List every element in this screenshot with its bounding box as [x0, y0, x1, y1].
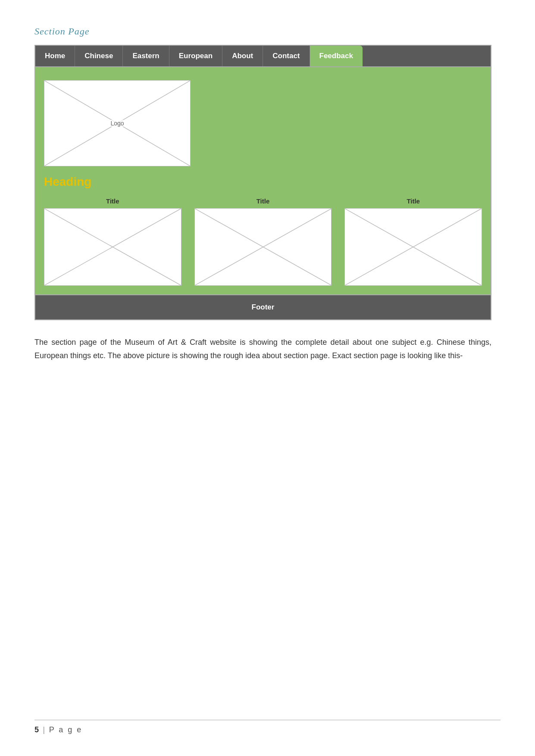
nav-bar: Home Chinese Eastern European About Cont… [35, 46, 491, 67]
nav-item-european[interactable]: European [169, 46, 222, 66]
page-divider: | [43, 725, 45, 734]
logo-placeholder: Logo [44, 80, 191, 166]
three-col-section: Title Title Title [44, 197, 482, 286]
col-1-image [44, 208, 181, 286]
nav-item-feedback[interactable]: Feedback [310, 46, 363, 66]
heading: Heading [44, 175, 482, 189]
nav-item-home[interactable]: Home [35, 46, 75, 66]
col-1: Title [44, 197, 181, 286]
nav-item-about[interactable]: About [222, 46, 263, 66]
footer-bar: Footer [35, 294, 491, 319]
col-3: Title [344, 197, 482, 286]
col-2-title: Title [194, 197, 332, 205]
nav-item-chinese[interactable]: Chinese [75, 46, 123, 66]
col-2: Title [194, 197, 332, 286]
section-title: Section Page [34, 26, 501, 37]
nav-item-contact[interactable]: Contact [263, 46, 310, 66]
wireframe-container: Home Chinese Eastern European About Cont… [34, 45, 491, 320]
page-label: P a g e [49, 725, 83, 734]
col-2-x-lines [195, 209, 332, 285]
col-3-x-lines [345, 209, 482, 285]
col-2-image [194, 208, 332, 286]
logo-label: Logo [109, 120, 125, 127]
col-3-image [344, 208, 482, 286]
content-area: Logo Heading Title Title [35, 67, 491, 286]
description-text: The section page of the Museum of Art & … [34, 336, 491, 362]
col-1-title: Title [44, 197, 181, 205]
page-footer: 5 | P a g e [34, 720, 501, 734]
nav-item-eastern[interactable]: Eastern [123, 46, 169, 66]
col-3-title: Title [344, 197, 482, 205]
page-number: 5 [34, 725, 39, 734]
col-1-x-lines [44, 209, 181, 285]
